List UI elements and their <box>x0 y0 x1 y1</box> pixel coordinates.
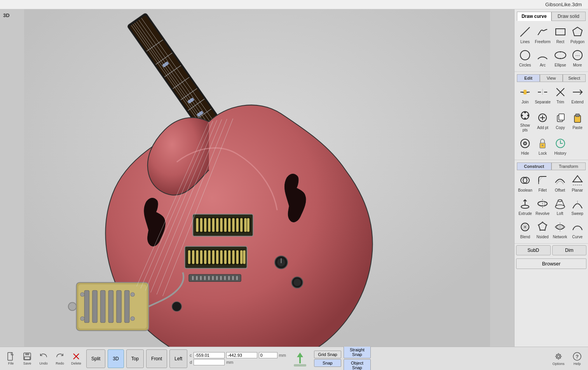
file-button[interactable]: File <box>3 350 19 367</box>
select-tab[interactable]: Select <box>563 74 586 82</box>
tool-lines[interactable]: Lines <box>517 23 533 46</box>
draw-curve-tools: Lines Freeform <box>517 23 586 69</box>
tool-rect[interactable]: Rect <box>552 23 569 46</box>
draw-solid-tab[interactable]: Draw solid <box>551 12 586 21</box>
file-icon <box>6 352 16 361</box>
grid-snap-button[interactable]: Grid Snap <box>314 351 341 358</box>
svg-point-128 <box>524 118 526 120</box>
subd-button[interactable]: SubD <box>516 245 551 255</box>
tool-paste[interactable]: Paste <box>569 107 586 134</box>
save-button[interactable]: Save <box>19 350 35 367</box>
copy-label: Copy <box>556 126 565 130</box>
tool-loft[interactable]: Loft <box>552 195 569 218</box>
tool-sweep[interactable]: Sweep <box>569 195 586 218</box>
coord-x-input[interactable] <box>194 352 225 358</box>
object-snap-button[interactable]: Object Snap <box>344 359 371 370</box>
dim-button[interactable]: Dim <box>552 245 587 255</box>
svg-rect-65 <box>240 250 243 264</box>
tool-polygon[interactable]: Polygon <box>569 23 586 46</box>
tool-circles[interactable]: Circles <box>517 47 533 69</box>
tool-trim[interactable]: Trim <box>552 84 569 106</box>
redo-button[interactable]: Redo <box>52 350 68 367</box>
help-button[interactable]: ? Help <box>569 350 585 367</box>
coord-z-input[interactable] <box>259 352 277 358</box>
tool-nsided[interactable]: Nsided <box>534 218 551 241</box>
svg-point-109 <box>555 52 566 59</box>
svg-rect-96 <box>204 276 206 280</box>
loft-label: Loft <box>557 211 564 216</box>
svg-marker-144 <box>573 176 582 182</box>
svg-rect-41 <box>216 218 218 232</box>
tool-revolve[interactable]: Revolve <box>534 195 551 218</box>
tool-offset[interactable]: Offset <box>552 172 569 194</box>
draw-curve-tab[interactable]: Draw curve <box>517 12 551 21</box>
view-tab[interactable]: View <box>540 74 563 82</box>
tool-freeform[interactable]: Freeform <box>534 23 551 46</box>
fillet-icon <box>536 173 550 187</box>
coord-y-input[interactable] <box>226 352 257 358</box>
tool-history[interactable]: History <box>552 135 569 157</box>
svg-rect-42 <box>220 218 222 232</box>
tool-hide[interactable]: Hide <box>517 135 533 157</box>
snap-button[interactable]: Snap <box>314 359 341 367</box>
edit-tab[interactable]: Edit <box>517 74 540 82</box>
edit-tools: →→ Join Separate <box>517 84 586 157</box>
delete-button[interactable]: Delete <box>68 350 84 367</box>
browser-button[interactable]: Browser <box>516 258 586 269</box>
draw-tab-row: Draw curve Draw solid <box>517 12 586 21</box>
tool-separate[interactable]: Separate <box>534 84 551 106</box>
tool-curve[interactable]: Curve <box>569 218 586 241</box>
extend-icon <box>571 85 585 99</box>
tool-copy[interactable]: Copy <box>552 107 569 134</box>
curve-icon <box>571 220 585 234</box>
svg-rect-173 <box>294 364 306 367</box>
viewport[interactable]: 3D <box>0 9 514 347</box>
watermark-area <box>288 349 312 368</box>
svg-rect-39 <box>208 218 210 232</box>
straight-snap-button[interactable]: Straight Snap <box>344 346 371 358</box>
svg-rect-63 <box>232 250 234 264</box>
tool-add-pt[interactable]: Add pt <box>534 107 551 134</box>
svg-point-161 <box>544 229 546 231</box>
tool-ellipse[interactable]: Ellipse <box>552 47 569 69</box>
left-button[interactable]: Left <box>169 349 187 368</box>
undo-icon <box>39 352 48 361</box>
history-icon <box>553 136 567 150</box>
svg-rect-37 <box>200 218 202 232</box>
toolbar-icons: File Save Undo Redo <box>3 349 84 368</box>
tool-more[interactable]: ··· More <box>569 47 586 69</box>
tool-lock[interactable]: Lock <box>534 135 551 157</box>
offset-label: Offset <box>555 188 565 193</box>
svg-rect-166 <box>8 353 12 360</box>
tool-join[interactable]: →→ Join <box>517 84 533 106</box>
tool-arc[interactable]: Arc <box>534 47 551 69</box>
polygon-label: Polygon <box>571 40 585 44</box>
tool-network[interactable]: Network <box>552 218 569 241</box>
coord-d-input[interactable] <box>194 359 225 365</box>
top-button[interactable]: Top <box>126 349 144 368</box>
construct-tab[interactable]: Construct <box>517 162 551 170</box>
tool-fillet[interactable]: Fillet <box>534 172 551 194</box>
3d-button[interactable]: 3D <box>108 349 124 368</box>
file-label: File <box>8 361 14 365</box>
transform-tab[interactable]: Transform <box>551 162 586 170</box>
tool-extrude[interactable]: Extrude <box>517 195 534 218</box>
tool-blend[interactable]: Blend <box>517 218 534 241</box>
revolve-icon <box>536 197 550 211</box>
svg-point-84 <box>80 293 84 297</box>
tool-extend[interactable]: Extend <box>569 84 586 106</box>
tool-planar[interactable]: Planar <box>569 172 586 194</box>
tool-boolean[interactable]: Boolean <box>517 172 534 194</box>
tool-show-pts[interactable]: Show pts <box>517 107 533 134</box>
svg-text:→→: →→ <box>521 90 529 94</box>
svg-marker-158 <box>539 222 546 230</box>
front-button[interactable]: Front <box>146 349 167 368</box>
ellipse-label: Ellipse <box>555 63 566 68</box>
nsided-icon <box>536 220 550 234</box>
circles-label: Circles <box>519 63 531 68</box>
paste-label: Paste <box>572 126 583 130</box>
svg-rect-100 <box>220 276 222 280</box>
undo-button[interactable]: Undo <box>36 350 51 367</box>
options-button[interactable]: Options <box>551 350 566 367</box>
split-button[interactable]: Split <box>86 349 105 368</box>
